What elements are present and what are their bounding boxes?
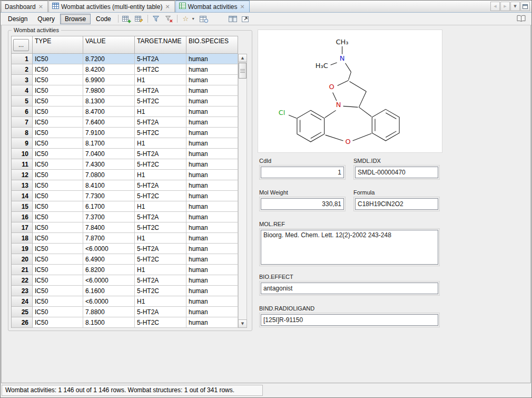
grid-cell[interactable]: 5-HT2C [135, 286, 186, 296]
grid-cell[interactable]: H1 [135, 265, 186, 275]
row-number[interactable]: 22 [12, 275, 33, 286]
grid-cell[interactable]: IC50 [33, 117, 83, 128]
grid-cell[interactable]: 5-HT2A [135, 307, 186, 317]
mol-weight-input[interactable]: 330,81 [261, 198, 344, 210]
table-row[interactable]: 8IC507.91005-HT2Chuman [12, 128, 238, 138]
grid-cell[interactable]: H1 [135, 170, 186, 180]
grid-cell[interactable]: H1 [135, 138, 186, 149]
grid-cell[interactable]: human [186, 64, 238, 75]
table-row[interactable]: 10IC507.04005-HT2Ahuman [12, 149, 238, 159]
row-number[interactable]: 19 [12, 244, 33, 254]
grid-cell[interactable]: human [186, 307, 238, 317]
table-row[interactable]: 20IC506.49005-HT2Chuman [12, 254, 238, 265]
row-number[interactable]: 15 [12, 201, 33, 212]
grid-cell[interactable]: IC50 [33, 128, 83, 138]
grid-cell[interactable]: IC50 [33, 286, 83, 296]
tab-wombat-multi-entity[interactable]: Wombat activities (multi-entity table) × [48, 1, 175, 12]
grid-cell[interactable]: 8.1500 [83, 317, 135, 328]
grid-cell[interactable]: IC50 [33, 307, 83, 317]
grid-cell[interactable]: IC50 [33, 222, 83, 233]
grid-cell[interactable]: 6.9900 [83, 75, 135, 85]
grid-cell[interactable]: human [186, 85, 238, 96]
grid-cell[interactable]: IC50 [33, 159, 83, 170]
row-number[interactable]: 12 [12, 170, 33, 180]
row-number[interactable]: 25 [12, 307, 33, 317]
grid-cell[interactable]: human [186, 254, 238, 265]
table-row[interactable]: 18IC507.8700H1human [12, 233, 238, 244]
row-number[interactable]: 1 [12, 54, 33, 64]
smdl-idx-input[interactable]: SMDL-00000470 [355, 167, 438, 178]
grid-cell[interactable]: human [186, 159, 238, 170]
grid-cell[interactable]: IC50 [33, 254, 83, 265]
grid-cell[interactable]: 5-HT2A [135, 212, 186, 222]
row-number[interactable]: 24 [12, 296, 33, 307]
grid-cell[interactable]: IC50 [33, 96, 83, 106]
row-number[interactable]: 5 [12, 96, 33, 106]
table-row[interactable]: 17IC507.84005-HT2Chuman [12, 222, 238, 233]
table-row[interactable]: 2IC508.42005-HT2Chuman [12, 64, 238, 75]
grid-cell[interactable]: 5-HT2C [135, 317, 186, 328]
open-book-icon[interactable] [515, 13, 527, 24]
table-row[interactable]: 23IC506.16005-HT2Chuman [12, 286, 238, 296]
grid-cell[interactable]: 5-HT2A [135, 180, 186, 191]
grid-cell[interactable]: H1 [135, 201, 186, 212]
grid-cell[interactable]: IC50 [33, 275, 83, 286]
table-row[interactable]: 16IC507.37005-HT2Ahuman [12, 212, 238, 222]
grid-cell[interactable]: 5-HT2C [135, 191, 186, 201]
grid-cell[interactable]: human [186, 265, 238, 275]
column-header-type[interactable]: TYPE [33, 36, 83, 54]
grid-cell[interactable]: 8.7200 [83, 54, 135, 64]
row-number[interactable]: 10 [12, 149, 33, 159]
grid-cell[interactable]: human [186, 128, 238, 138]
grid-cell[interactable]: H1 [135, 106, 186, 117]
grid-cell[interactable]: human [186, 180, 238, 191]
grid-cell[interactable]: 7.3700 [83, 212, 135, 222]
table-row[interactable]: 1IC508.72005-HT2Ahuman [12, 54, 238, 64]
grid-cell[interactable]: human [186, 212, 238, 222]
grid-cell[interactable]: 5-HT2C [135, 254, 186, 265]
grid-cell[interactable]: 7.7300 [83, 191, 135, 201]
maximize-window-icon[interactable] [520, 2, 530, 11]
grid-cell[interactable]: IC50 [33, 296, 83, 307]
grid-cell[interactable]: human [186, 296, 238, 307]
grid-settings-icon[interactable] [198, 13, 210, 24]
grid-cell[interactable]: human [186, 275, 238, 286]
grid-cell[interactable]: 8.4700 [83, 106, 135, 117]
grid-cell[interactable]: human [186, 138, 238, 149]
row-number[interactable]: 13 [12, 180, 33, 191]
table-row[interactable]: 19IC50<6.00005-HT2Ahuman [12, 244, 238, 254]
grid-cell[interactable]: 8.4100 [83, 180, 135, 191]
new-grid-view-icon[interactable] [121, 13, 133, 24]
grid-cell[interactable]: 6.8200 [83, 265, 135, 275]
scroll-tabs-right-icon[interactable]: ▶ [500, 2, 510, 11]
mol-ref-input[interactable]: Bioorg. Med. Chem. Lett. 12(2)-2002 243-… [261, 230, 438, 265]
grid-cell[interactable]: IC50 [33, 191, 83, 201]
grid-cell[interactable]: IC50 [33, 265, 83, 275]
tab-list-dropdown-icon[interactable]: ▼ [510, 2, 520, 11]
row-number[interactable]: 4 [12, 85, 33, 96]
grid-cell[interactable]: 5-HT2C [135, 159, 186, 170]
grid-cell[interactable]: 7.0800 [83, 170, 135, 180]
row-number[interactable]: 6 [12, 106, 33, 117]
column-header-bio-species[interactable]: BIO.SPECIES [186, 36, 238, 54]
row-number[interactable]: 17 [12, 222, 33, 233]
table-row[interactable]: 22IC50<6.00005-HT2Ahuman [12, 275, 238, 286]
grid-cell[interactable]: human [186, 233, 238, 244]
edit-data-icon[interactable] [133, 13, 145, 24]
column-header-target-name[interactable]: TARGET.NAME [135, 36, 186, 54]
grid-cell[interactable]: H1 [135, 75, 186, 85]
table-row[interactable]: 21IC506.8200H1human [12, 265, 238, 275]
table-row[interactable]: 6IC508.4700H1human [12, 106, 238, 117]
table-row[interactable]: 11IC507.43005-HT2Chuman [12, 159, 238, 170]
scrollbar-thumb[interactable] [239, 63, 247, 79]
row-number[interactable]: 7 [12, 117, 33, 128]
grid-cell[interactable]: human [186, 317, 238, 328]
grid-cell[interactable]: human [186, 170, 238, 180]
grid-cell[interactable]: IC50 [33, 317, 83, 328]
grid-cell[interactable]: human [186, 201, 238, 212]
table-row[interactable]: 15IC506.1700H1human [12, 201, 238, 212]
menu-browse[interactable]: Browse [60, 14, 91, 24]
grid-cell[interactable]: <6.0000 [83, 275, 135, 286]
table-row[interactable]: 12IC507.0800H1human [12, 170, 238, 180]
grid-cell[interactable]: 8.4200 [83, 64, 135, 75]
